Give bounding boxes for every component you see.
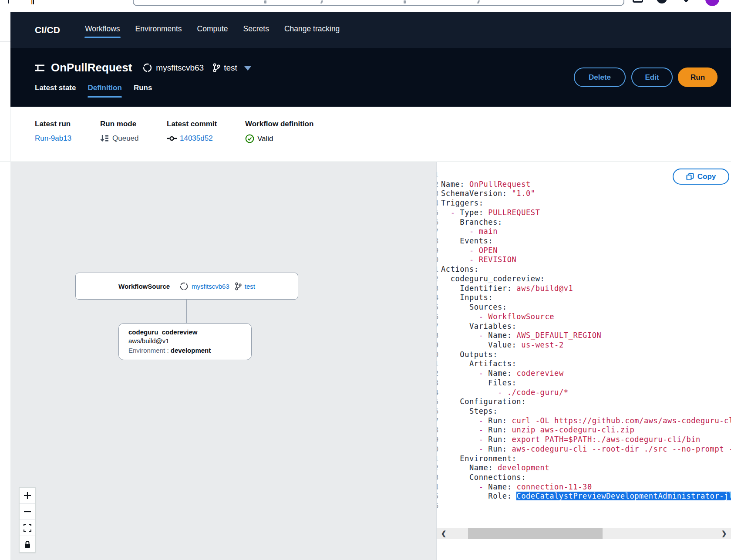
lock-button[interactable] — [20, 536, 35, 552]
zoom-out-button[interactable] — [20, 504, 35, 520]
line-number: 24 — [436, 388, 441, 398]
clipped-placeholder-fragment — [264, 0, 266, 3]
branch-icon — [235, 282, 242, 290]
line-number: 32 — [436, 464, 441, 473]
yaml-definition-panel: Copy 12Name: OnPullRequest3SchemaVersion… — [436, 162, 731, 560]
line-number: 8 — [436, 237, 441, 246]
copy-button[interactable]: Copy — [673, 169, 729, 185]
run-button[interactable]: Run — [678, 67, 718, 87]
help-icon[interactable] — [657, 0, 667, 3]
repo-group: mysfitscvb63 test — [142, 63, 251, 73]
yaml-line: 9 - OPEN — [436, 246, 731, 256]
diagram-zoom-controls — [19, 487, 36, 553]
line-number: 18 — [436, 331, 441, 341]
yaml-line: 20 Outputs: — [436, 350, 731, 360]
workflow-diagram-canvas[interactable]: WorkflowSource mysfitscvb63 test codegur… — [10, 162, 436, 560]
yaml-line: 15 Sources: — [436, 303, 731, 312]
workflow-icon — [34, 64, 45, 72]
minus-icon — [23, 507, 32, 516]
workflow-tabs: Latest stateDefinitionRuns — [35, 84, 152, 98]
yaml-line: 32 Name: development — [436, 463, 731, 473]
node-branch-link[interactable]: test — [245, 283, 255, 290]
commit-icon — [167, 135, 177, 142]
yaml-code-editor[interactable]: 12Name: OnPullRequest3SchemaVersion: "1.… — [436, 170, 731, 511]
workflow-source-title: WorkflowSource — [118, 283, 170, 290]
avatar[interactable] — [705, 0, 719, 6]
line-number: 1 — [436, 171, 441, 180]
cicd-navbar: CI/CD WorkflowsEnvironmentsComputeSecret… — [10, 12, 731, 48]
yaml-line: 31 Environment: — [436, 454, 731, 464]
yaml-line: 33 Connections: — [436, 473, 731, 482]
yaml-line: 35 Role: CodeCatalystPreviewDevelopmentA… — [436, 492, 731, 501]
yaml-line: 11Actions: — [436, 265, 731, 274]
nav-item-compute[interactable]: Compute — [197, 22, 229, 38]
repository-icon — [142, 63, 152, 73]
apps-icon[interactable] — [633, 0, 643, 3]
branch-dropdown-caret[interactable] — [244, 66, 251, 71]
yaml-line: 26 Steps: — [436, 407, 731, 416]
line-number: 12 — [436, 275, 441, 284]
top-chrome-bar — [0, 0, 731, 12]
tab-latest-state[interactable]: Latest state — [35, 84, 76, 98]
yaml-line: 8 Events: — [436, 236, 731, 246]
node-repo-link[interactable]: mysfitscvb63 — [192, 283, 229, 290]
nav-item-change-tracking[interactable]: Change tracking — [284, 22, 340, 38]
run-mode-label: Run mode — [100, 120, 139, 128]
delete-button[interactable]: Delete — [574, 67, 626, 87]
search-input[interactable] — [133, 0, 624, 6]
workflow-info-bar: Latest run Run-9ab13 Run mode Queued Lat… — [0, 107, 731, 162]
clipped-placeholder-fragment — [320, 0, 323, 3]
line-number: 26 — [436, 407, 441, 417]
action-node-environment: Environment : development — [128, 347, 251, 354]
yaml-line: 5 - Type: PULLREQUEST — [436, 208, 731, 218]
line-number: 10 — [436, 256, 441, 265]
line-number: 19 — [436, 341, 441, 351]
yaml-line: 3SchemaVersion: "1.0" — [436, 189, 731, 199]
workflow-source-node[interactable]: WorkflowSource mysfitscvb63 test — [75, 273, 298, 300]
environment-label: Environment — [128, 347, 165, 354]
fit-view-button[interactable] — [20, 520, 35, 536]
line-number: 13 — [436, 284, 441, 294]
gutter-divider — [0, 41, 10, 42]
scroll-left-arrow[interactable]: ❮ — [439, 528, 448, 539]
workflow-definition-value: Valid — [257, 135, 273, 143]
run-mode-value: Queued — [112, 134, 139, 143]
yaml-line: 27 - Run: curl -OL https://github.com/aw… — [436, 416, 731, 426]
zoom-in-button[interactable] — [20, 488, 35, 504]
line-number: 35 — [436, 492, 441, 502]
yaml-line: 17 Variables: — [436, 322, 731, 331]
edit-button[interactable]: Edit — [631, 67, 673, 87]
codeguru-codereview-node[interactable]: codeguru_codereview aws/build@v1 Environ… — [118, 323, 252, 360]
latest-run-link[interactable]: Run-9ab13 — [35, 134, 71, 143]
line-number: 20 — [436, 351, 441, 360]
scroll-right-arrow[interactable]: ❯ — [720, 528, 728, 539]
repo-name[interactable]: mysfitscvb63 — [156, 63, 204, 73]
yaml-line: 25 Configuration: — [436, 397, 731, 407]
horizontal-scrollbar[interactable]: ❮ ❯ — [437, 528, 731, 539]
node-connector-line — [186, 300, 187, 323]
line-number: 9 — [436, 246, 441, 256]
tab-definition[interactable]: Definition — [88, 84, 121, 98]
yaml-line: 36 — [436, 501, 731, 511]
tab-runs[interactable]: Runs — [134, 84, 152, 98]
line-number: 21 — [436, 360, 441, 369]
environment-value: development — [171, 347, 211, 354]
latest-commit-label: Latest commit — [167, 120, 217, 128]
scrollbar-thumb[interactable] — [468, 528, 603, 539]
line-number: 29 — [436, 435, 441, 445]
plus-icon — [23, 491, 32, 500]
nav-item-secrets[interactable]: Secrets — [243, 22, 269, 38]
latest-commit-link[interactable]: 14035d52 — [180, 134, 213, 143]
line-number: 3 — [436, 189, 441, 199]
branch-name[interactable]: test — [224, 63, 237, 73]
workflow-definition-column: Workflow definition Valid — [245, 120, 313, 143]
clipped-text-fragment — [8, 0, 9, 3]
line-number: 22 — [436, 369, 441, 379]
caret-icon — [684, 0, 688, 3]
nav-item-workflows[interactable]: Workflows — [84, 22, 120, 38]
nav-item-environments[interactable]: Environments — [135, 22, 182, 38]
clipped-text-fragment — [33, 0, 34, 4]
action-node-identifier: aws/build@v1 — [128, 337, 251, 344]
line-number: 27 — [436, 417, 441, 426]
repository-icon — [179, 282, 189, 291]
